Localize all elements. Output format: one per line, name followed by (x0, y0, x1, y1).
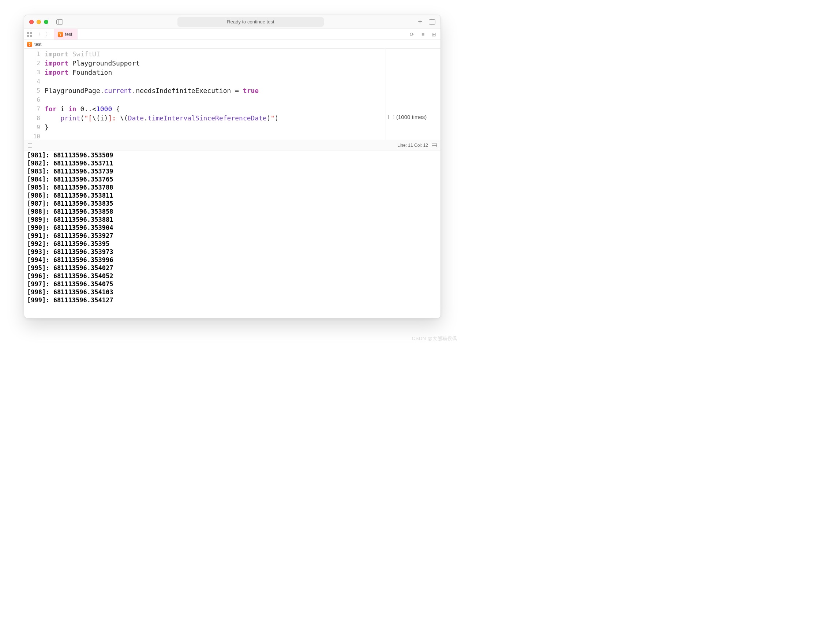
swift-file-icon (58, 32, 63, 37)
result-label: (1000 times) (396, 114, 426, 120)
breakpoint-toggle-icon[interactable] (28, 143, 32, 147)
adjust-icon[interactable]: ≡ (420, 32, 426, 37)
nav-back-icon[interactable]: 〈 (35, 31, 42, 38)
related-items-icon[interactable] (27, 32, 32, 37)
code-content[interactable]: import SwiftUIimport PlaygroundSupportim… (45, 49, 385, 140)
status-pill[interactable]: Ready to continue test (177, 17, 324, 27)
result-annotation[interactable]: (1000 times) (388, 114, 438, 120)
swift-file-icon (27, 42, 32, 47)
refresh-icon[interactable]: ⟳ (409, 32, 415, 37)
tab-bar: 〈 〉 test ⟳ ≡ ⊞ (24, 29, 441, 40)
tab-nav: 〈 〉 (24, 29, 54, 40)
toggle-left-panel-icon[interactable] (56, 19, 63, 25)
add-editor-icon[interactable]: ⊞ (431, 32, 437, 37)
results-sidebar: (1000 times) (385, 49, 441, 140)
code-editor[interactable]: 12345678910 import SwiftUIimport Playgro… (24, 49, 385, 140)
quicklook-icon[interactable] (388, 115, 394, 119)
minimize-icon[interactable] (36, 20, 41, 24)
toggle-debug-area-icon[interactable] (432, 143, 437, 147)
console-output[interactable]: [981]: 681113596.353509 [982]: 681113596… (24, 150, 441, 318)
window-controls (29, 20, 48, 24)
debug-bar: Line: 11 Col: 12 (24, 140, 441, 150)
zoom-icon[interactable] (44, 20, 48, 24)
line-gutter: 12345678910 (24, 49, 45, 140)
editor-area: 12345678910 import SwiftUIimport Playgro… (24, 49, 441, 140)
tab-test[interactable]: test (54, 29, 77, 40)
nav-forward-icon[interactable]: 〉 (45, 31, 51, 38)
xcode-window: Ready to continue test + 〈 〉 test ⟳ ≡ ⊞ … (24, 15, 441, 318)
add-icon[interactable]: + (418, 17, 422, 26)
breadcrumb[interactable]: test (24, 40, 441, 49)
close-icon[interactable] (29, 20, 34, 24)
titlebar: Ready to continue test + (24, 15, 441, 29)
breadcrumb-file: test (35, 42, 41, 47)
cursor-position: Line: 11 Col: 12 (397, 143, 428, 148)
status-text: Ready to continue test (227, 19, 274, 25)
watermark: CSDN @大熊猫侯佩 (412, 335, 457, 342)
tab-label: test (65, 32, 72, 37)
toggle-right-panel-icon[interactable] (429, 19, 435, 25)
tab-actions: ⟳ ≡ ⊞ (409, 29, 441, 40)
